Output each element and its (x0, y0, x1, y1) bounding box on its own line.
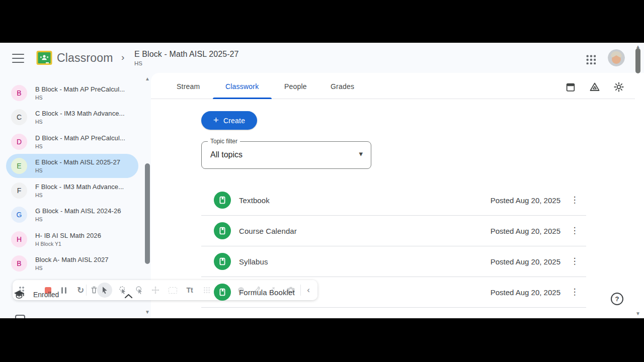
material-book-icon (214, 284, 231, 301)
class-title: D Block - Math AP PreCalcul... (35, 134, 125, 142)
tab-classwork[interactable]: Classwork (225, 82, 259, 90)
class-title: C Block - IM3 Math Advance... (35, 110, 125, 117)
class-avatar: B (11, 85, 27, 101)
course-subtitle: HS (134, 60, 239, 66)
row-overflow-menu-icon[interactable]: ⋮ (570, 287, 580, 297)
page-scroll-down-icon[interactable]: ▼ (635, 311, 640, 316)
sidebar-item-g-block[interactable]: G G Block - Math AISL 2024-26HS (6, 203, 138, 227)
text-tool-icon[interactable]: Tt (184, 280, 196, 300)
screen: Classroom › E Block - Math AISL 2025-27 … (0, 0, 644, 362)
toolbar-divider (300, 285, 301, 296)
class-title: G Block - Math AISL 2024-26 (35, 207, 121, 215)
sidebar-item-h-block[interactable]: H H- IB AI SL Math 2026H Block Y1 (6, 227, 138, 251)
graduation-cap-icon (13, 289, 25, 301)
row-overflow-menu-icon[interactable]: ⋮ (570, 195, 580, 205)
class-sub: HS (35, 192, 124, 198)
material-title: Syllabus (239, 257, 268, 266)
class-title: E Block - Math AISL 2025-27 (35, 158, 120, 166)
sidebar-item-b-block[interactable]: B B Block - Math AP PreCalcul...HS (6, 81, 138, 105)
row-overflow-menu-icon[interactable]: ⋮ (570, 256, 580, 266)
material-book-icon (214, 222, 231, 239)
topic-filter-label: Topic filter (208, 138, 240, 145)
classroom-logo-icon[interactable] (36, 50, 52, 65)
material-book-icon (214, 253, 231, 270)
material-row-course-calendar[interactable]: Course Calendar Posted Aug 20, 2025 ⋮ (201, 216, 586, 246)
tab-grades[interactable]: Grades (331, 82, 354, 90)
letterbox-top (0, 0, 644, 43)
drive-icon[interactable] (589, 81, 600, 93)
tab-stream[interactable]: Stream (177, 82, 200, 90)
sidebar-item-c-block[interactable]: C C Block - IM3 Math Advance...HS (6, 105, 138, 129)
dot-grid-icon[interactable] (201, 280, 213, 300)
course-title[interactable]: E Block - Math AISL 2025-27 (134, 50, 239, 59)
question-mark-icon: ? (615, 295, 619, 303)
topic-filter-value: All topics (210, 150, 243, 159)
page-scrollbar-thumb[interactable] (635, 48, 640, 73)
help-button[interactable]: ? (611, 293, 623, 305)
main-menu-icon[interactable] (12, 54, 24, 64)
class-title: B Block - Math AP PreCalcul... (35, 85, 125, 93)
breadcrumb-chevron-icon: › (121, 52, 124, 63)
enrolled-label: Enrolled (33, 291, 59, 299)
toolbar-divider (86, 285, 87, 296)
topic-filter-select[interactable]: Topic filter All topics ▾ (201, 141, 371, 169)
class-title: H- IB AI SL Math 2026 (35, 232, 101, 239)
material-book-icon (214, 192, 231, 209)
page-scrollbar-track[interactable] (635, 73, 644, 318)
calendar-icon[interactable] (565, 81, 576, 93)
selection-rect-icon[interactable] (167, 280, 179, 300)
letterbox-bottom (0, 318, 644, 362)
class-avatar: F (11, 183, 27, 199)
sidebar-item-e-block[interactable]: E E Block - Math AISL 2025-27HS (6, 154, 138, 178)
material-row-syllabus[interactable]: Syllabus Posted Aug 20, 2025 ⋮ (201, 246, 586, 277)
archived-classes-icon[interactable] (15, 315, 25, 318)
sidebar-item-block-a[interactable]: B Block A- Math AISL 2027HS (6, 251, 138, 276)
posted-date: Posted Aug 20, 2025 (491, 288, 560, 297)
double-click-cursor-icon[interactable] (133, 280, 146, 300)
posted-date: Posted Aug 20, 2025 (491, 257, 560, 266)
material-title: Formula Booklet (239, 288, 295, 297)
active-tab-indicator (213, 98, 272, 99)
class-sub: HS (35, 216, 121, 222)
class-title: Block A- Math AISL 2027 (35, 256, 109, 263)
breadcrumb: E Block - Math AISL 2025-27 HS (134, 50, 239, 66)
plus-icon: + (213, 115, 219, 126)
sidebar-scroll-up-icon[interactable]: ▲ (145, 76, 150, 81)
class-avatar: D (11, 134, 27, 150)
tab-bar: Stream Classwork People Grades (151, 73, 635, 99)
user-avatar[interactable] (608, 49, 625, 66)
class-sub: HS (35, 95, 125, 101)
drag-cursor-icon[interactable] (149, 280, 162, 300)
tab-people[interactable]: People (284, 82, 307, 90)
material-row-textbook[interactable]: Textbook Posted Aug 20, 2025 ⋮ (201, 185, 586, 216)
app-title[interactable]: Classroom (57, 51, 113, 65)
chevron-down-icon: ▾ (359, 149, 363, 158)
class-sub: HS (35, 143, 125, 149)
class-sub: HS (35, 167, 120, 173)
classroom-app: Classroom › E Block - Math AISL 2025-27 … (0, 43, 644, 318)
select-cursor-icon[interactable] (97, 283, 112, 298)
class-avatar: E (11, 158, 27, 174)
sidebar-scrollbar-thumb[interactable] (145, 163, 150, 264)
class-avatar: B (11, 255, 27, 272)
create-label: Create (223, 117, 245, 125)
sidebar-item-f-block[interactable]: F F Block - IM3 Math Advance...HS (6, 178, 138, 203)
class-avatar: H (11, 231, 27, 247)
row-overflow-menu-icon[interactable]: ⋮ (570, 226, 580, 236)
class-sub: HS (35, 265, 109, 271)
class-avatar: G (11, 207, 27, 223)
settings-gear-icon[interactable] (613, 81, 624, 93)
posted-date: Posted Aug 20, 2025 (491, 196, 560, 205)
class-sub: H Block Y1 (35, 241, 101, 247)
restart-icon[interactable]: ↻ (75, 280, 86, 300)
collapse-left-icon[interactable]: ‹ (303, 280, 314, 300)
material-title: Course Calendar (239, 227, 297, 235)
class-title: F Block - IM3 Math Advance... (35, 183, 124, 191)
sidebar-item-d-block[interactable]: D D Block - Math AP PreCalcul...HS (6, 130, 138, 154)
pause-icon[interactable] (59, 280, 69, 300)
sidebar-scroll-down-icon[interactable]: ▼ (145, 309, 150, 315)
collapse-toolbar-button[interactable] (124, 293, 133, 299)
google-apps-icon[interactable] (586, 54, 596, 64)
create-button[interactable]: + Create (201, 111, 257, 130)
sidebar-item-enrolled[interactable]: Enrolled (13, 289, 59, 301)
